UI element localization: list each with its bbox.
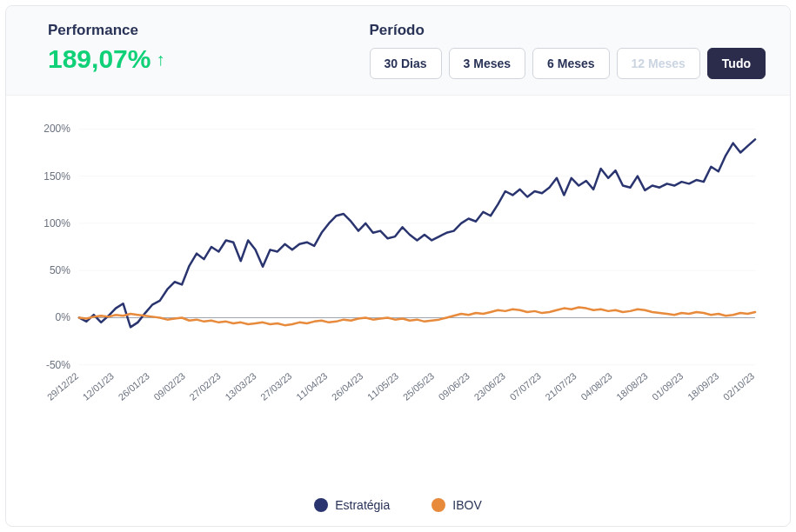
svg-text:11/05/23: 11/05/23 bbox=[365, 370, 400, 402]
svg-text:26/01/23: 26/01/23 bbox=[117, 370, 151, 402]
legend-label: IBOV bbox=[452, 498, 481, 512]
svg-text:29/12/22: 29/12/22 bbox=[45, 370, 80, 402]
svg-text:18/08/23: 18/08/23 bbox=[614, 370, 649, 402]
svg-text:0%: 0% bbox=[56, 311, 71, 323]
performance-label: Performance bbox=[48, 22, 164, 39]
legend-label: Estratégia bbox=[335, 498, 390, 512]
legend-item-estrategia[interactable]: Estratégia bbox=[314, 498, 390, 512]
chart-svg: -50%0%50%100%150%200%29/12/2212/01/2326/… bbox=[30, 113, 766, 426]
legend-dot-icon bbox=[431, 498, 445, 512]
svg-text:200%: 200% bbox=[43, 123, 70, 135]
svg-text:18/09/23: 18/09/23 bbox=[686, 370, 720, 402]
legend: Estratégia IBOV bbox=[6, 493, 790, 526]
performance-block: Performance 189,07% ↑ bbox=[48, 22, 164, 74]
svg-text:01/09/23: 01/09/23 bbox=[650, 370, 685, 402]
period-3m-button[interactable]: 3 Meses bbox=[449, 48, 525, 79]
period-all-button[interactable]: Tudo bbox=[707, 48, 766, 79]
svg-text:02/10/23: 02/10/23 bbox=[721, 370, 756, 402]
performance-card: Performance 189,07% ↑ Período 30 Dias 3 … bbox=[5, 5, 791, 527]
legend-item-ibov[interactable]: IBOV bbox=[431, 498, 481, 512]
period-30d-button[interactable]: 30 Dias bbox=[370, 48, 442, 79]
performance-value: 189,07% bbox=[48, 44, 151, 74]
header: Performance 189,07% ↑ Período 30 Dias 3 … bbox=[6, 6, 790, 96]
svg-text:25/05/23: 25/05/23 bbox=[401, 370, 436, 402]
period-6m-button[interactable]: 6 Meses bbox=[532, 48, 609, 79]
svg-text:100%: 100% bbox=[43, 217, 70, 229]
svg-text:04/08/23: 04/08/23 bbox=[579, 370, 613, 402]
svg-text:11/04/23: 11/04/23 bbox=[294, 370, 329, 402]
svg-text:50%: 50% bbox=[50, 264, 70, 276]
svg-text:27/03/23: 27/03/23 bbox=[258, 370, 293, 402]
svg-text:26/04/23: 26/04/23 bbox=[330, 370, 365, 402]
performance-value-row: 189,07% ↑ bbox=[48, 44, 164, 74]
svg-text:09/02/23: 09/02/23 bbox=[151, 370, 186, 402]
period-buttons: 30 Dias 3 Meses 6 Meses 12 Meses Tudo bbox=[370, 48, 766, 79]
svg-text:-50%: -50% bbox=[46, 359, 70, 371]
chart-area: -50%0%50%100%150%200%29/12/2212/01/2326/… bbox=[6, 96, 790, 493]
svg-text:13/03/23: 13/03/23 bbox=[223, 370, 258, 402]
trend-up-icon: ↑ bbox=[156, 50, 164, 70]
svg-text:150%: 150% bbox=[43, 170, 70, 183]
legend-dot-icon bbox=[314, 498, 328, 512]
svg-text:12/01/23: 12/01/23 bbox=[81, 370, 116, 402]
svg-text:09/06/23: 09/06/23 bbox=[437, 370, 472, 402]
period-block: Período 30 Dias 3 Meses 6 Meses 12 Meses… bbox=[370, 22, 766, 79]
svg-text:21/07/23: 21/07/23 bbox=[543, 370, 578, 402]
svg-text:23/06/23: 23/06/23 bbox=[472, 370, 507, 402]
svg-text:07/07/23: 07/07/23 bbox=[507, 370, 542, 402]
period-label: Período bbox=[370, 22, 766, 39]
svg-text:27/02/23: 27/02/23 bbox=[187, 370, 222, 402]
period-12m-button[interactable]: 12 Meses bbox=[617, 48, 700, 79]
